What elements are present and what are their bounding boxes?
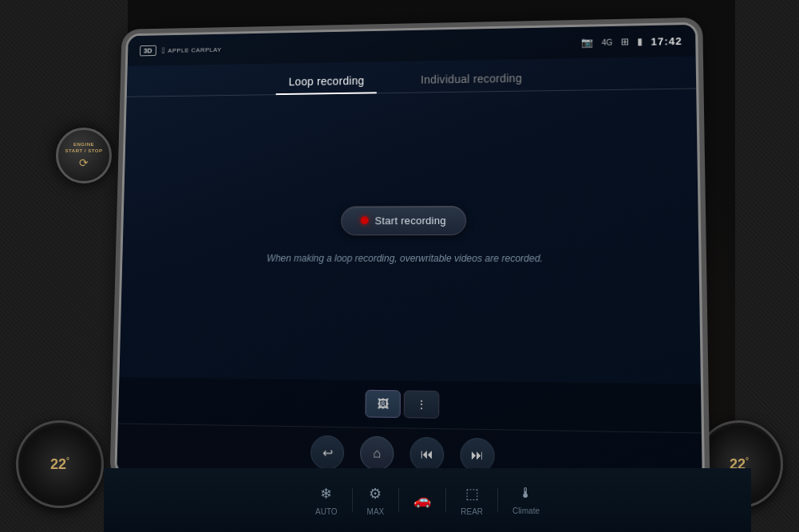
left-temperature-dial[interactable]: 22°	[16, 420, 104, 508]
back-button[interactable]: ↩	[311, 435, 344, 471]
car-icon: 🚗	[413, 491, 431, 509]
rear-icon: ⬚	[465, 485, 479, 502]
apple-carplay-label: APPLE CARPLAY	[168, 46, 221, 54]
climate-col: 🌡 Climate	[512, 485, 540, 515]
home-button[interactable]: ⌂	[360, 436, 394, 471]
max-label: MAX	[367, 507, 385, 516]
gallery-icon: 🖼	[378, 397, 389, 410]
vehicle-col: 🚗	[413, 491, 431, 509]
separator-1	[352, 488, 353, 512]
main-content-area: Start recording When making a loop recor…	[119, 89, 700, 384]
climate-label: Climate	[512, 506, 540, 515]
loop-recording-description: When making a loop recording, overwritab…	[267, 250, 543, 265]
status-right: 📷 4G ⊞ ▮ 17:42	[581, 35, 682, 49]
tab-loop-recording[interactable]: Loop recording	[276, 68, 377, 94]
record-dot-icon	[361, 216, 369, 224]
next-icon: ⏭	[471, 447, 484, 463]
prev-icon: ⏮	[421, 447, 433, 462]
separator-4	[497, 488, 498, 512]
climate-strip: ❄ AUTO ⚙ MAX 🚗 ⬚ REAR 🌡 Climate	[104, 468, 751, 532]
engine-label: ENGINE	[73, 142, 94, 148]
status-left: 3D  APPLE CARPLAY	[140, 44, 222, 56]
apple-carplay-indicator:  APPLE CARPLAY	[162, 45, 222, 55]
home-icon: ⌂	[373, 446, 381, 461]
engine-sublabel: START / STOP	[65, 148, 103, 155]
climate-icon: 🌡	[519, 485, 533, 502]
ac-left-col: ❄ AUTO	[315, 485, 338, 516]
engine-start-button[interactable]: ENGINE START / STOP ⟳	[56, 128, 112, 183]
badge-3d: 3D	[140, 45, 156, 57]
camera-status-icon: 📷	[581, 37, 593, 48]
engine-icon: ⟳	[79, 156, 89, 169]
wifi-icon: ⊞	[620, 36, 628, 47]
prev-button[interactable]: ⏮	[409, 437, 444, 472]
gallery-button[interactable]: 🖼	[366, 390, 401, 418]
screen-content: 3D  APPLE CARPLAY 📷 4G ⊞ ▮ 17:42 Loop r…	[117, 25, 702, 486]
tab-individual-recording[interactable]: Individual recording	[408, 65, 535, 93]
auto-label: AUTO	[315, 507, 338, 516]
apple-icon: 	[162, 45, 165, 54]
rear-label: REAR	[461, 507, 483, 516]
separator-2	[398, 488, 399, 512]
menu-icon: ⋮	[416, 398, 427, 412]
left-temp-value: 22°	[50, 456, 69, 473]
fan-col: ⚙ MAX	[367, 485, 385, 516]
back-icon: ↩	[322, 445, 332, 461]
fan-speed-icon: ⚙	[369, 485, 382, 502]
signal-icon: 4G	[602, 37, 613, 46]
separator-3	[445, 488, 446, 512]
fan-icon: ❄	[320, 485, 332, 502]
menu-button[interactable]: ⋮	[404, 390, 440, 418]
start-recording-button[interactable]: Start recording	[341, 206, 466, 235]
start-recording-label: Start recording	[375, 215, 446, 227]
time-display: 17:42	[651, 35, 682, 48]
rear-col: ⬚ REAR	[461, 485, 483, 516]
battery-icon: ▮	[637, 36, 643, 47]
infotainment-screen: 3D  APPLE CARPLAY 📷 4G ⊞ ▮ 17:42 Loop r…	[114, 22, 705, 488]
